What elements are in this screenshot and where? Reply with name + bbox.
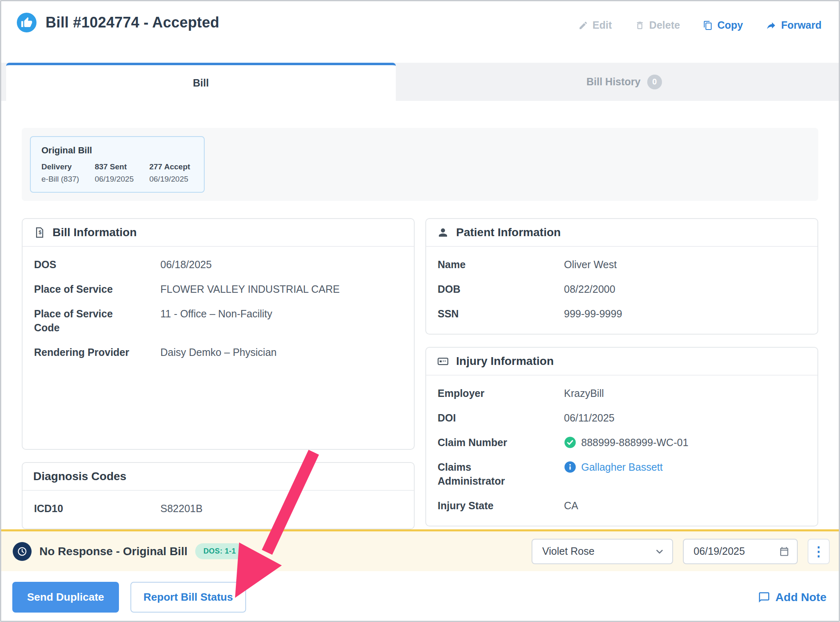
- accept-277-value: 06/19/2025: [149, 175, 190, 184]
- bill-info-row-rendering-provider: Rendering Provider Daisy Demko – Physici…: [23, 345, 414, 359]
- bill-tab-content: Original Bill Delivery e-Bill (837) 837 …: [1, 101, 839, 529]
- forward-label: Forward: [781, 19, 822, 31]
- original-bill-card[interactable]: Original Bill Delivery e-Bill (837) 837 …: [30, 136, 205, 193]
- forward-button[interactable]: Forward: [766, 19, 822, 31]
- delivery-label: Delivery: [41, 162, 79, 171]
- row-value: CA: [564, 499, 578, 513]
- row-value: FLOWER VALLEY INDUSTRIAL CARE: [160, 282, 340, 296]
- kebab-menu-icon: ⋮: [812, 544, 825, 559]
- row-label: Claims Administrator: [438, 460, 564, 488]
- tab-bar: Bill Bill History 0: [1, 63, 839, 101]
- row-label: Claim Number: [438, 435, 564, 449]
- row-value: Oliver West: [564, 257, 617, 271]
- send-duplicate-label: Send Duplicate: [27, 591, 104, 604]
- footer-action-bar: Send Duplicate Report Bill Status Add No…: [1, 571, 839, 622]
- pencil-icon: [578, 21, 588, 30]
- row-value: 999-99-9999: [564, 307, 622, 321]
- injury-information-panel: Injury Information Employer KrazyBill DO…: [425, 347, 818, 526]
- patient-row-ssn: SSN 999-99-9999: [426, 307, 817, 321]
- copy-icon: [703, 21, 713, 30]
- bill-detail-page: Bill #1024774 - Accepted Edit Delete Cop…: [0, 0, 840, 622]
- tab-bill-history[interactable]: Bill History 0: [410, 63, 839, 101]
- injury-row-doi: DOI 06/11/2025: [426, 411, 817, 425]
- page-header: Bill #1024774 - Accepted Edit Delete Cop…: [1, 1, 839, 63]
- history-count-badge: 0: [647, 75, 662, 89]
- bill-info-row-dos: DOS 06/18/2025: [23, 257, 414, 271]
- assignee-select[interactable]: Violet Rose: [532, 539, 673, 564]
- chat-bubble-icon: [758, 591, 770, 604]
- claim-number-value: 888999-888999-WC-01: [581, 435, 688, 449]
- bill-info-row-place-of-service: Place of Service FLOWER VALLEY INDUSTRIA…: [23, 282, 414, 296]
- delete-button[interactable]: Delete: [635, 19, 680, 31]
- sent-837-stat: 837 Sent 06/19/2025: [95, 162, 134, 184]
- banner-status-title: No Response - Original Bill: [39, 545, 187, 558]
- sent-837-label: 837 Sent: [95, 162, 134, 171]
- injury-row-claim-number: Claim Number 888999-888999-WC-01: [426, 435, 817, 449]
- row-label: DOI: [438, 411, 564, 425]
- claims-administrator-link[interactable]: Gallagher Bassett: [581, 460, 663, 474]
- row-label: Place of Service: [34, 282, 160, 296]
- diagnosis-codes-title: Diagnosis Codes: [33, 470, 126, 483]
- status-banner: No Response - Original Bill DOS: 1-1 Vio…: [1, 529, 839, 571]
- clock-icon: [13, 542, 32, 561]
- row-label: DOS: [34, 257, 160, 271]
- diagnosis-row-icd10: ICD10 S82201B: [23, 501, 414, 515]
- tab-history-label: Bill History: [587, 76, 641, 88]
- bill-information-panel: $ Bill Information DOS 06/18/2025 Place …: [22, 218, 415, 450]
- svg-text:$: $: [39, 230, 41, 235]
- patient-row-name: Name Oliver West: [426, 257, 817, 271]
- tab-bill-label: Bill: [193, 77, 209, 89]
- report-bill-status-label: Report Bill Status: [144, 591, 233, 604]
- injury-row-claims-administrator: Claims Administrator Gallagher Bassett: [426, 460, 817, 488]
- bill-status-thumbs-up-icon: [17, 13, 37, 32]
- forward-arrow-icon: [766, 20, 776, 31]
- calendar-icon: [779, 546, 790, 557]
- tab-bill[interactable]: Bill: [6, 63, 396, 101]
- trash-icon: [635, 21, 645, 30]
- patient-information-panel: Patient Information Name Oliver West DOB…: [425, 218, 818, 335]
- row-label: ICD10: [34, 501, 160, 515]
- row-value: Daisy Demko – Physician: [160, 345, 276, 359]
- row-value: 08/22/2000: [564, 282, 615, 296]
- status-date-input[interactable]: 06/19/2025: [683, 539, 798, 564]
- accept-277-label: 277 Accept: [149, 162, 190, 171]
- tab-divider: [396, 63, 410, 101]
- injury-row-injury-state: Injury State CA: [426, 499, 817, 513]
- delivery-value: e-Bill (837): [41, 175, 79, 184]
- row-label: Injury State: [438, 499, 564, 513]
- row-value: S82201B: [160, 501, 203, 515]
- patient-information-title: Patient Information: [456, 226, 561, 239]
- injury-card-icon: [437, 355, 449, 367]
- delivery-stat: Delivery e-Bill (837): [41, 162, 79, 184]
- bill-info-row-pos-code: Place of Service Code 11 - Office – Non-…: [23, 307, 414, 335]
- info-circle-icon: [564, 461, 576, 473]
- kebab-menu-button[interactable]: ⋮: [808, 539, 830, 564]
- row-value: 06/11/2025: [564, 411, 614, 425]
- injury-information-title: Injury Information: [456, 355, 554, 368]
- add-note-button[interactable]: Add Note: [758, 591, 826, 604]
- report-bill-status-button[interactable]: Report Bill Status: [130, 582, 246, 613]
- check-circle-icon: [564, 436, 576, 449]
- dos-badge: DOS: 1-1: [195, 543, 244, 559]
- row-label: Name: [438, 257, 564, 271]
- patient-row-dob: DOB 08/22/2000: [426, 282, 817, 296]
- row-value: 11 - Office – Non-Facility: [160, 307, 272, 321]
- original-bill-title: Original Bill: [41, 145, 193, 156]
- row-label: Rendering Provider: [34, 345, 160, 359]
- bill-document-icon: $: [33, 226, 46, 239]
- diagnosis-codes-panel: Diagnosis Codes ICD10 S82201B: [22, 462, 415, 529]
- copy-label: Copy: [717, 19, 743, 31]
- row-value: KrazyBill: [564, 386, 604, 400]
- send-duplicate-button[interactable]: Send Duplicate: [12, 582, 119, 613]
- edit-button[interactable]: Edit: [578, 19, 612, 31]
- assignee-selected-value: Violet Rose: [542, 545, 594, 557]
- sent-837-value: 06/19/2025: [95, 175, 134, 184]
- copy-button[interactable]: Copy: [703, 19, 743, 31]
- row-label: DOB: [438, 282, 564, 296]
- bill-versions-strip: Original Bill Delivery e-Bill (837) 837 …: [22, 128, 818, 201]
- chevron-down-icon: [654, 546, 665, 557]
- status-date-value: 06/19/2025: [694, 545, 745, 557]
- row-value: 06/18/2025: [160, 257, 212, 271]
- delete-label: Delete: [649, 19, 680, 31]
- row-label: SSN: [438, 307, 564, 321]
